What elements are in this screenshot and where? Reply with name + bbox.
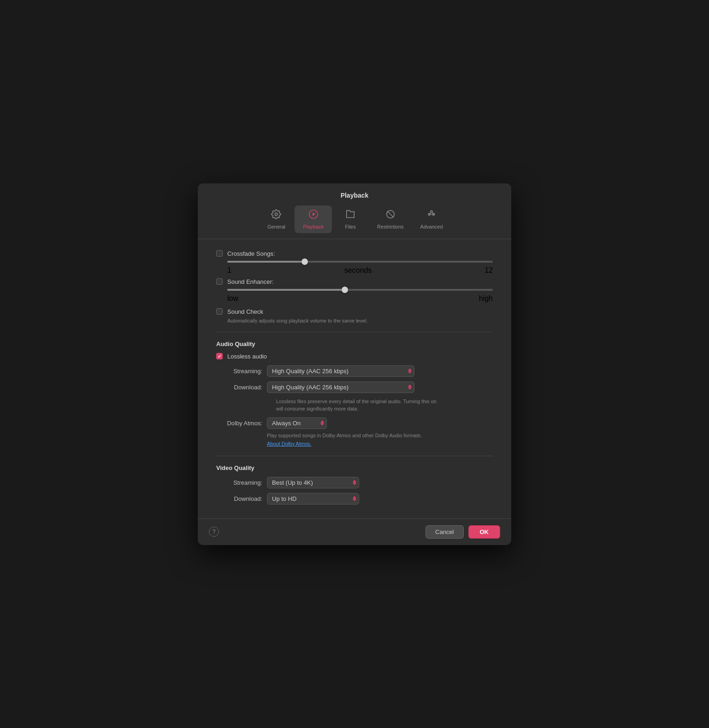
dolby-atmos-select[interactable]: Always On [267, 417, 327, 429]
crossfade-checkbox[interactable] [216, 250, 223, 257]
download-audio-row: Download: High Quality (AAC 256 kbps) [216, 382, 493, 393]
sound-enhancer-slider-thumb[interactable] [342, 287, 348, 293]
crossfade-slider-track[interactable] [227, 261, 493, 263]
sound-check-checkbox[interactable] [216, 308, 223, 315]
audio-quality-title: Audio Quality [216, 341, 493, 347]
sound-check-description: Automatically adjusts song playback volu… [227, 318, 493, 323]
footer-buttons: Cancel OK [425, 525, 500, 539]
video-download-select[interactable]: Up to HD [267, 493, 359, 505]
lossless-audio-checkbox[interactable] [216, 353, 223, 359]
advanced-icon [426, 209, 437, 222]
dolby-description-block: Play supported songs in Dolby Atmos and … [267, 433, 493, 447]
lossless-description: Lossless files preserve every detail of … [276, 398, 493, 413]
download-audio-label: Download: [216, 384, 262, 391]
dolby-atmos-select-wrapper: Always On [267, 417, 327, 429]
tab-files-label: Files [345, 224, 355, 229]
tab-general[interactable]: General [258, 205, 295, 233]
tab-restrictions[interactable]: Restrictions [369, 205, 412, 233]
tab-playback[interactable]: Playback [295, 205, 332, 233]
crossfade-slider-container: 1 seconds 12 [227, 261, 493, 275]
video-download-row: Download: Up to HD [216, 493, 493, 505]
sound-enhancer-min-label: low [227, 294, 238, 303]
video-download-label: Download: [216, 495, 262, 502]
crossfade-slider-thumb[interactable] [301, 258, 308, 265]
general-icon [271, 209, 281, 222]
sound-enhancer-slider-container: low high [227, 289, 493, 303]
svg-line-4 [387, 211, 394, 217]
restrictions-icon [385, 209, 396, 222]
video-download-select-wrapper: Up to HD [267, 493, 359, 505]
crossfade-max-label: 12 [484, 266, 493, 275]
content-area: Crossfade Songs: 1 seconds 12 Sound Enha… [198, 239, 511, 518]
tab-general-label: General [267, 224, 285, 229]
divider-1 [216, 332, 493, 332]
video-streaming-row: Streaming: Best (Up to 4K) [216, 477, 493, 488]
dialog-footer: ? Cancel OK [198, 518, 511, 545]
tab-files[interactable]: Files [332, 205, 369, 233]
streaming-select-wrapper: High Quality (AAC 256 kbps) [267, 365, 414, 377]
dolby-description: Play supported songs in Dolby Atmos and … [267, 433, 493, 438]
video-quality-title: Video Quality [216, 464, 493, 471]
dolby-link[interactable]: About Dolby Atmos. [267, 441, 312, 446]
crossfade-min-label: 1 [227, 266, 231, 275]
lossless-audio-label: Lossless audio [227, 353, 267, 360]
playback-icon [308, 209, 319, 222]
dolby-atmos-row: Dolby Atmos: Always On [216, 417, 493, 429]
streaming-label: Streaming: [216, 368, 262, 375]
svg-point-0 [275, 213, 278, 216]
crossfade-slider-fill [227, 261, 307, 263]
dialog-title: Playback [198, 192, 511, 199]
crossfade-label: Crossfade Songs: [227, 250, 275, 257]
download-audio-select[interactable]: High Quality (AAC 256 kbps) [267, 382, 414, 393]
files-icon [345, 209, 355, 222]
svg-marker-2 [313, 212, 315, 216]
tab-bar: General Playback Files [198, 205, 511, 239]
crossfade-row: Crossfade Songs: [216, 250, 493, 257]
tab-advanced-label: Advanced [420, 224, 443, 229]
sound-enhancer-row: Sound Enhancer: [216, 278, 493, 285]
tab-restrictions-label: Restrictions [377, 224, 403, 229]
lossless-audio-row: Lossless audio [216, 353, 493, 360]
dolby-atmos-label: Dolby Atmos: [216, 420, 262, 427]
sound-check-row: Sound Check [216, 308, 493, 315]
video-streaming-label: Streaming: [216, 479, 262, 486]
divider-2 [216, 456, 493, 456]
tab-playback-label: Playback [303, 224, 324, 229]
tab-advanced[interactable]: Advanced [412, 205, 451, 233]
crossfade-slider-labels: 1 seconds 12 [227, 266, 493, 275]
sound-enhancer-slider-track[interactable] [227, 289, 493, 291]
sound-enhancer-label: Sound Enhancer: [227, 278, 273, 285]
video-streaming-select-wrapper: Best (Up to 4K) [267, 477, 359, 488]
playback-dialog: Playback General P [198, 183, 511, 545]
sound-enhancer-labels: low high [227, 294, 493, 303]
streaming-row: Streaming: High Quality (AAC 256 kbps) [216, 365, 493, 377]
sound-enhancer-checkbox[interactable] [216, 278, 223, 285]
streaming-select[interactable]: High Quality (AAC 256 kbps) [267, 365, 414, 377]
title-bar: Playback General P [198, 183, 511, 239]
sound-enhancer-slider-fill [227, 289, 347, 291]
ok-button[interactable]: OK [468, 525, 501, 539]
video-streaming-select[interactable]: Best (Up to 4K) [267, 477, 359, 488]
crossfade-center-label: seconds [344, 266, 372, 275]
sound-enhancer-max-label: high [479, 294, 493, 303]
cancel-button[interactable]: Cancel [425, 525, 463, 539]
help-button[interactable]: ? [209, 527, 219, 537]
sound-check-label: Sound Check [227, 308, 263, 315]
download-audio-select-wrapper: High Quality (AAC 256 kbps) [267, 382, 414, 393]
svg-point-7 [431, 211, 433, 213]
